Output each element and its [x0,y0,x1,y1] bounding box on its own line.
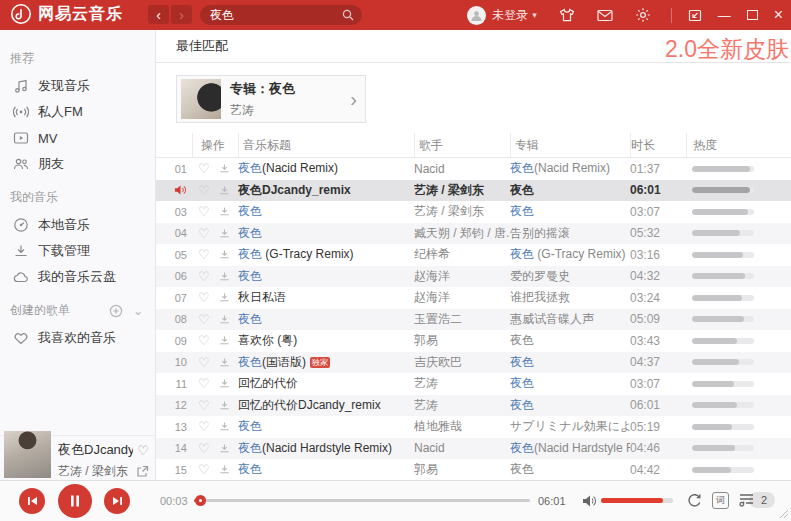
song-album[interactable]: 夜色 (G-Tracy Remix) [510,246,630,263]
skin-button[interactable] [559,7,575,23]
like-song-button[interactable]: ♡ [198,162,210,175]
song-artist[interactable]: 艺涛 [414,397,510,414]
song-album[interactable]: サブリミナル効果によ... [510,418,630,435]
message-button[interactable] [597,7,613,23]
download-song-button[interactable] [219,335,230,346]
now-playing-title[interactable]: 夜色DJcandy... [58,441,133,459]
song-album[interactable]: 夜色 [510,354,630,371]
song-title[interactable]: 夜色(国语版)独家 [238,354,414,371]
download-song-button[interactable] [219,421,230,432]
song-album[interactable]: 夜色 [510,203,630,220]
sidebar-item-local-music[interactable]: 本地音乐 [0,212,155,238]
song-row[interactable]: 07 ♡ 秋日私语 赵海洋 谁把我拯救 03:24 [156,287,791,309]
song-title[interactable]: 夜色 [238,268,414,285]
collapse-playlists-button[interactable]: ⌄ [131,304,145,318]
sidebar-item-mv[interactable]: MV [0,125,155,151]
login-caret-icon[interactable]: ▾ [532,10,537,20]
song-artist[interactable]: 赵海洋 [414,268,510,285]
mini-mode-button[interactable] [688,9,702,22]
download-song-button[interactable] [219,400,230,411]
song-artist[interactable]: 纪梓希 [414,246,510,263]
song-title[interactable]: 夜色(Nacid Hardstyle Remix) [238,440,414,457]
sidebar-item-download-manager[interactable]: 下载管理 [0,238,155,264]
like-song-button[interactable]: ♡ [198,313,210,326]
app-logo[interactable]: 网易云音乐 [10,3,123,25]
song-artist[interactable]: 臧天朔 / 郑钧 / 唐... [414,225,510,242]
back-button[interactable]: ‹ [148,5,169,24]
sidebar-item-cloud-disk[interactable]: 我的音乐云盘 [0,264,155,290]
download-song-button[interactable] [219,228,230,239]
song-title[interactable]: 秋日私语 [238,289,414,306]
search-input[interactable] [208,7,342,23]
song-row[interactable]: 15 ♡ 夜色 郭易 夜色 04:42 [156,459,791,480]
song-album[interactable]: 夜色 [510,182,630,199]
search-box[interactable] [200,5,362,25]
loop-mode-button[interactable] [686,492,703,509]
search-icon[interactable] [342,9,354,21]
like-song-button[interactable]: ♡ [198,420,210,433]
sidebar-item-friends[interactable]: 朋友 [0,151,155,177]
like-song-button[interactable]: ♡ [198,291,210,304]
volume-bar[interactable] [601,498,673,503]
song-album[interactable]: 爱的罗曼史 [510,268,630,285]
like-song-button[interactable]: ♡ [198,248,210,261]
close-button[interactable]: × [774,7,783,23]
song-row[interactable]: 13 ♡ 夜色 植地雅哉 サブリミナル効果によ... 05:19 [156,416,791,438]
avatar[interactable] [467,6,486,25]
like-song-button[interactable]: ♡ [198,270,210,283]
minimize-button[interactable]: — [718,9,731,22]
song-title[interactable]: 夜色 [238,225,414,242]
song-row[interactable]: 06 ♡ 夜色 赵海洋 爱的罗曼史 04:32 [156,266,791,288]
song-artist[interactable]: Nacid [414,162,510,176]
like-song-button[interactable]: ♡ [198,442,210,455]
download-song-button[interactable] [219,249,230,260]
song-row[interactable]: 08 ♡ 夜色 玉置浩二 惠威试音碟人声 05:09 [156,309,791,331]
login-label[interactable]: 未登录 [492,7,528,24]
song-row[interactable]: 05 ♡ 夜色 (G-Tracy Remix) 纪梓希 夜色 (G-Tracy … [156,244,791,266]
song-title[interactable]: 回忆的代价DJcandy_remix [238,397,414,414]
add-playlist-button[interactable] [109,304,123,318]
sidebar-item-personal-fm[interactable]: 私人FM [0,99,155,125]
next-button[interactable] [104,488,130,514]
song-artist[interactable]: 艺涛 / 梁剑东 [414,203,510,220]
like-song-button[interactable]: ♡ [198,184,210,197]
like-song-button[interactable]: ♡ [198,399,210,412]
download-song-button[interactable] [219,271,230,282]
playlist-button[interactable]: 2 [738,492,775,508]
song-row[interactable]: 14 ♡ 夜色(Nacid Hardstyle Remix) Nacid 夜色(… [156,438,791,460]
song-row[interactable]: 11 ♡ 回忆的代价 艺涛 夜色 03:07 [156,373,791,395]
song-title[interactable]: 夜色 [238,418,414,435]
song-row[interactable]: 01 ♡ 夜色(Nacid Remix) Nacid 夜色(Nacid Remi… [156,158,791,180]
progress-handle[interactable] [195,495,206,506]
song-row[interactable]: 10 ♡ 夜色(国语版)独家 吉庆欧巴 夜色 04:37 [156,352,791,374]
download-song-button[interactable] [219,314,230,325]
forward-button[interactable]: › [171,5,192,24]
download-song-button[interactable] [219,163,230,174]
download-song-button[interactable] [219,378,230,389]
now-playing-artist[interactable]: 艺涛 / 梁剑东 [58,463,132,480]
settings-button[interactable] [635,7,651,23]
song-artist[interactable]: 郭易 [414,461,510,478]
progress-bar[interactable] [194,499,530,502]
song-title[interactable]: 夜色 (G-Tracy Remix) [238,246,414,263]
song-artist[interactable]: 赵海洋 [414,289,510,306]
sidebar-item-discover[interactable]: 发现音乐 [0,73,155,99]
share-icon[interactable] [136,465,149,478]
download-song-button[interactable] [219,464,230,475]
download-song-button[interactable] [219,292,230,303]
now-playing-art[interactable] [4,431,51,478]
sidebar-item-liked-music[interactable]: 我喜欢的音乐 [0,325,155,351]
song-row[interactable]: 03 ♡ 夜色 艺涛 / 梁剑东 夜色 03:07 [156,201,791,223]
song-album[interactable]: 夜色(Nacid Remix) [510,160,630,177]
song-artist[interactable]: 郭易 [414,332,510,349]
lyrics-button[interactable]: 词 [712,492,729,509]
song-artist[interactable]: Nacid [414,441,510,455]
song-album[interactable]: 惠威试音碟人声 [510,311,630,328]
song-title[interactable]: 夜色 [238,203,414,220]
song-row[interactable]: ♡ 夜色DJcandy_remix 艺涛 / 梁剑东 夜色 06:01 [156,180,791,202]
previous-button[interactable] [19,488,45,514]
song-artist[interactable]: 艺涛 / 梁剑东 [414,182,510,199]
song-album[interactable]: 夜色 [510,397,630,414]
song-artist[interactable]: 植地雅哉 [414,418,510,435]
song-row[interactable]: 12 ♡ 回忆的代价DJcandy_remix 艺涛 夜色 06:01 [156,395,791,417]
